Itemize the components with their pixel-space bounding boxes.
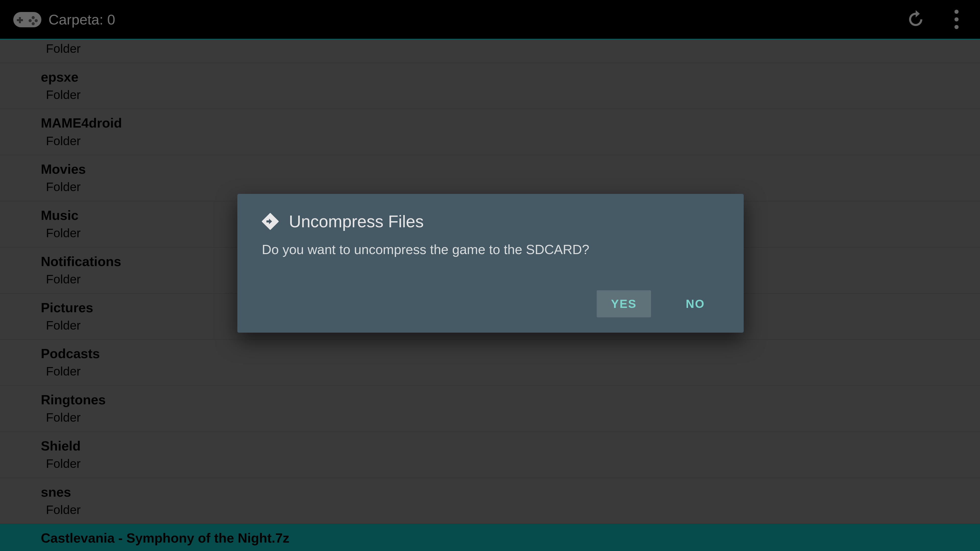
dialog-message: Do you want to uncompress the game to th… bbox=[262, 242, 719, 257]
dialog-title: Uncompress Files bbox=[289, 212, 424, 231]
uncompress-dialog: Uncompress Files Do you want to uncompre… bbox=[237, 194, 744, 333]
dialog-actions: YES NO bbox=[262, 290, 719, 318]
yes-button[interactable]: YES bbox=[597, 290, 651, 318]
dialog-header: Uncompress Files bbox=[262, 212, 719, 231]
directions-icon bbox=[262, 213, 279, 230]
no-button[interactable]: NO bbox=[671, 290, 719, 318]
